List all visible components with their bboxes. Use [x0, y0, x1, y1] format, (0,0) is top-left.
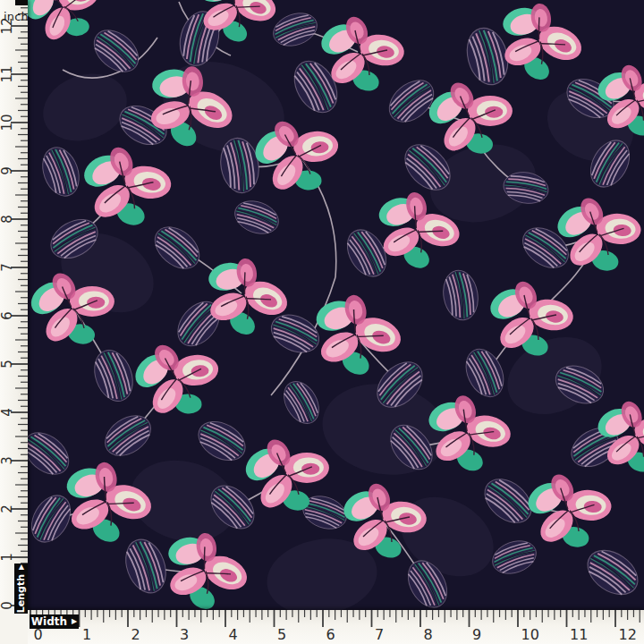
length-label: Length: [15, 574, 27, 613]
svg-text:1: 1: [82, 626, 91, 643]
svg-text:6: 6: [0, 311, 15, 320]
svg-text:5: 5: [0, 360, 15, 369]
svg-text:11: 11: [570, 626, 588, 643]
svg-text:3: 3: [180, 626, 189, 643]
svg-text:10: 10: [521, 626, 539, 643]
length-label-box: Length ▶: [14, 564, 28, 614]
svg-text:9: 9: [472, 626, 481, 643]
svg-text:4: 4: [229, 626, 238, 643]
fabric-print: [0, 0, 644, 644]
svg-text:9: 9: [0, 166, 15, 175]
svg-text:11: 11: [0, 65, 15, 82]
length-ruler-ticks: 0123456789101112: [0, 0, 28, 644]
unit-label: inch: [4, 10, 29, 23]
svg-text:4: 4: [0, 408, 15, 417]
tick-marks: [30, 610, 640, 627]
svg-text:12: 12: [619, 626, 637, 643]
svg-text:6: 6: [326, 626, 335, 643]
svg-text:7: 7: [0, 263, 15, 272]
ruler-corner: [0, 610, 28, 644]
svg-text:2: 2: [0, 504, 15, 513]
svg-text:2: 2: [131, 626, 140, 643]
length-ruler-numbers: 0123456789101112: [0, 17, 15, 609]
svg-text:3: 3: [0, 456, 15, 465]
svg-text:0: 0: [0, 601, 15, 610]
svg-text:1: 1: [0, 553, 15, 562]
width-label: Width: [31, 615, 67, 628]
tick-marks: [11, 2, 28, 606]
fabric-product-photo: 0123456789101112 0123456789101112 inch W…: [0, 0, 644, 644]
width-ruler-numbers: 0123456789101112: [34, 626, 637, 643]
arrow-right-icon: ▶: [72, 618, 77, 625]
width-ruler-ticks: 0123456789101112: [28, 610, 644, 644]
svg-text:5: 5: [277, 626, 286, 643]
arrow-up-icon: ▶: [18, 564, 25, 570]
svg-text:8: 8: [424, 626, 433, 643]
width-ruler: 0123456789101112: [28, 610, 644, 644]
svg-text:7: 7: [375, 626, 384, 643]
svg-text:8: 8: [0, 215, 15, 224]
width-label-box: Width ▶: [30, 614, 79, 629]
length-ruler-end-cap: [15, 0, 28, 5]
svg-text:10: 10: [0, 114, 15, 131]
length-ruler: 0123456789101112: [0, 0, 28, 644]
